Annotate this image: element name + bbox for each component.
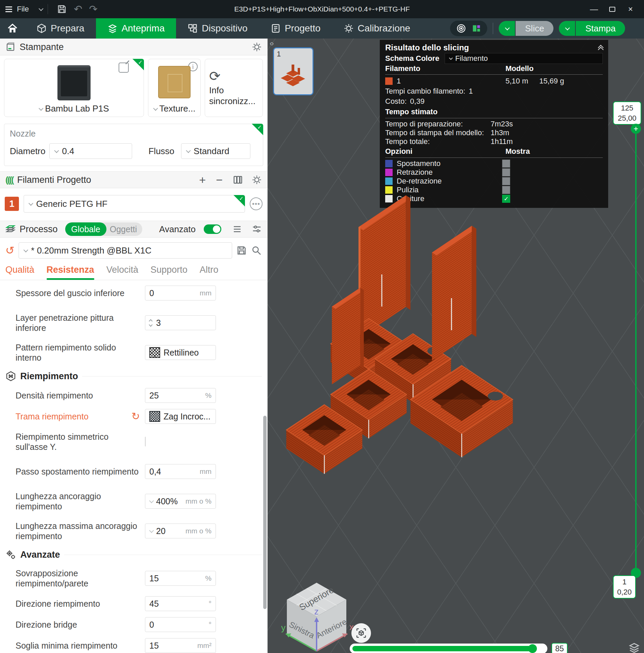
- sidebar-scrollbar[interactable]: [263, 416, 267, 609]
- infill-wall-overlap-input[interactable]: 15%: [145, 571, 216, 586]
- tab-altro[interactable]: Altro: [200, 265, 219, 280]
- change-count-value: 1: [469, 87, 473, 96]
- add-filament-button[interactable]: +: [199, 173, 206, 187]
- bottom-shell-thickness-input[interactable]: 0mm: [145, 286, 216, 300]
- save-preset-icon[interactable]: [236, 245, 247, 256]
- chevron-down-icon[interactable]: [39, 6, 44, 11]
- progress-knob[interactable]: [528, 644, 537, 653]
- chevron-down-icon: [149, 499, 154, 503]
- printer-section-header: Stampante: [0, 39, 267, 55]
- slice-split-button: Slice: [499, 21, 553, 36]
- infill-anchor-length-select[interactable]: 400%mm o %: [145, 494, 216, 509]
- file-menu[interactable]: File: [17, 5, 29, 14]
- infill-pattern-select[interactable]: Zag Incroc...: [145, 409, 216, 424]
- scope-switch[interactable]: Globale Oggetti: [65, 222, 143, 236]
- chevron-down-icon: [28, 201, 33, 206]
- layers-icon[interactable]: [628, 641, 641, 653]
- collapse-up-icon[interactable]: [599, 46, 603, 50]
- reset-setting-icon[interactable]: ↻: [131, 410, 140, 422]
- chevron-down-icon[interactable]: [153, 106, 158, 111]
- filament-color-swatch: [385, 77, 393, 85]
- plate-layout-icon[interactable]: [472, 24, 481, 33]
- layer-slider-track[interactable]: [635, 132, 637, 571]
- spool-icon[interactable]: [456, 23, 466, 33]
- slice-button[interactable]: Slice: [516, 21, 553, 36]
- advanced-toggle[interactable]: [204, 224, 221, 234]
- tab-anteprima[interactable]: Anteprima: [96, 18, 176, 39]
- tab-dispositivo[interactable]: Dispositivo: [176, 18, 259, 39]
- filament-more-button[interactable]: •••: [250, 197, 263, 210]
- tab-qualita[interactable]: Qualità: [5, 265, 34, 280]
- symmetric-infill-checkbox[interactable]: [145, 437, 146, 446]
- home-button[interactable]: [0, 18, 25, 39]
- plate-thumbnail[interactable]: 1: [273, 47, 314, 95]
- redo-icon[interactable]: ↷: [89, 4, 98, 14]
- chevron-down-icon[interactable]: [39, 106, 44, 111]
- slice-dropdown-button[interactable]: [499, 21, 515, 36]
- tab-resistenza[interactable]: Resistenza: [47, 265, 94, 280]
- project-icon: [271, 23, 281, 33]
- filament-slot-number[interactable]: 1: [5, 197, 19, 211]
- tune-filter-icon[interactable]: [252, 224, 262, 234]
- setting-row: Direzione bridge 0°: [0, 614, 267, 635]
- print-button[interactable]: Stampa: [576, 21, 625, 36]
- internal-solid-pattern-select[interactable]: Rettilineo: [145, 345, 216, 360]
- viewport-3d[interactable]: ‹› 1 Risultato dello slicing: [268, 39, 644, 653]
- scope-objects[interactable]: Oggetti: [106, 224, 143, 234]
- filament-select[interactable]: Generic PETG HF ✓: [24, 195, 245, 213]
- printer-card[interactable]: ✓ Bambu Lab P1S: [4, 59, 144, 117]
- menu-icon[interactable]: [5, 6, 12, 12]
- reset-preset-icon[interactable]: ↺: [5, 245, 15, 256]
- ams-palette-icon[interactable]: [233, 175, 243, 185]
- preview-progress-slider[interactable]: [350, 644, 547, 653]
- list-view-icon[interactable]: [232, 224, 242, 234]
- change-count-label: Tempi cambio filamento:: [385, 87, 465, 96]
- infill-anchor-max-select[interactable]: 20mm o %: [145, 524, 216, 538]
- infill-direction-input[interactable]: 45°: [145, 596, 216, 611]
- check-icon: ✓: [257, 124, 262, 130]
- settings-list: Spessore del guscio inferiore 0mm Layer …: [0, 278, 267, 653]
- filament-settings-gear-icon[interactable]: [252, 175, 262, 185]
- color-scheme-select[interactable]: Filamento: [445, 53, 603, 64]
- nozzle-label: Nozzle: [10, 129, 257, 139]
- plate-card[interactable]: i Texture...: [148, 59, 201, 117]
- edit-icon[interactable]: [119, 63, 129, 73]
- bridge-direction-input[interactable]: 0°: [145, 617, 216, 632]
- printer-name[interactable]: Bambu Lab P1S: [45, 103, 109, 114]
- remove-filament-button[interactable]: −: [216, 173, 223, 187]
- sync-label: Info sincronizz...: [209, 85, 258, 107]
- tab-progetto[interactable]: Progetto: [259, 18, 332, 39]
- flow-select[interactable]: Standard: [181, 143, 250, 159]
- tab-calibrazione[interactable]: Calibrazione: [332, 18, 422, 39]
- close-button[interactable]: ×: [623, 2, 638, 16]
- save-icon[interactable]: [57, 4, 67, 14]
- chevron-down-icon: [23, 248, 28, 252]
- undo-icon[interactable]: ↶: [74, 4, 82, 14]
- process-preset-select[interactable]: * 0.20mm Strength @BBL X1C: [19, 242, 232, 259]
- center-view-button[interactable]: [351, 623, 371, 643]
- navigation-cube[interactable]: Superiore Sinistra Anteriore y x z: [278, 579, 355, 653]
- infill-shift-step-input[interactable]: 0,4mm: [145, 464, 216, 479]
- print-dropdown-button[interactable]: [559, 21, 575, 36]
- plate-name[interactable]: Texture...: [159, 103, 196, 114]
- sync-info-card[interactable]: ⟳ Info sincronizz...: [205, 59, 263, 117]
- scope-global[interactable]: Globale: [65, 222, 106, 236]
- progress-bar: [352, 646, 535, 651]
- tab-prepara[interactable]: Prepara: [25, 18, 96, 39]
- search-icon[interactable]: [251, 245, 262, 256]
- diameter-select[interactable]: 0.4: [49, 143, 132, 159]
- spinner-arrows-icon[interactable]: [149, 320, 152, 326]
- printer-settings-gear-icon[interactable]: [252, 42, 262, 52]
- minimum-infill-threshold-input[interactable]: 15mm²: [145, 638, 216, 653]
- plate-number: 1: [277, 50, 310, 58]
- tab-supporto[interactable]: Supporto: [150, 265, 188, 280]
- maximize-button[interactable]: [605, 2, 620, 16]
- collapse-panel-icon[interactable]: ‹›: [270, 39, 273, 48]
- bottom-paint-layers-spinner[interactable]: 3: [145, 315, 216, 330]
- minimize-button[interactable]: —: [587, 2, 601, 16]
- tab-velocita[interactable]: Velocità: [106, 265, 139, 280]
- layer-slider-top-handle[interactable]: +: [631, 124, 641, 134]
- sliced-model[interactable]: [272, 163, 543, 481]
- infill-density-input[interactable]: 25%: [145, 388, 216, 403]
- setting-row: Lunghezza massima ancoraggio riempimento…: [0, 516, 267, 546]
